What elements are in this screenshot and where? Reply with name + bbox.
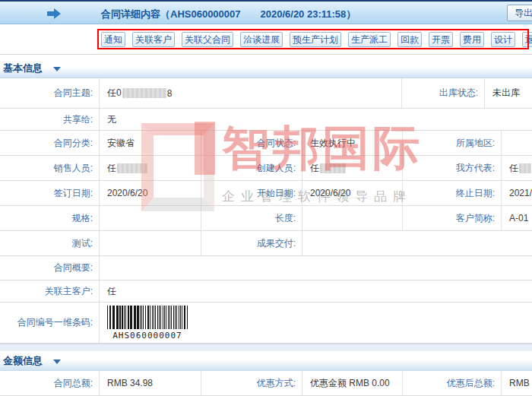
- tab-related-customer[interactable]: 关联客户: [132, 32, 175, 47]
- section-amount-info[interactable]: 金额信息: [0, 351, 532, 371]
- section-basic-info[interactable]: 基本信息: [0, 59, 532, 78]
- contract-summary-label: 合同概要:: [0, 256, 100, 280]
- section-basic-info-title: 基本信息: [3, 62, 43, 74]
- redaction-blur: [122, 88, 166, 98]
- row-sign-date: 签订日期: 2020/6/20 开始日期: 2020/6/20 终止日期: 20…: [0, 181, 532, 206]
- row-test: 测试: 成果交付:: [0, 231, 532, 256]
- divider: [0, 54, 532, 55]
- outbound-status-value: 未出库: [485, 78, 532, 108]
- discounted-total-value: RMB 3: [502, 371, 532, 395]
- collapse-icon[interactable]: [53, 67, 61, 71]
- discount-method-label: 优惠方式:: [201, 371, 302, 395]
- deliverable-label: 成果交付:: [201, 231, 302, 255]
- tab-notice[interactable]: 通知: [101, 32, 125, 47]
- redaction-blur: [117, 163, 147, 173]
- tab-invoicing[interactable]: 开票: [429, 32, 453, 47]
- row-specification: 规格: 长度: 客户简称: A-01: [0, 206, 532, 231]
- contract-summary-value: [100, 256, 532, 280]
- creator-value: 任: [302, 156, 403, 180]
- row-shared-with: 共享给: 无: [0, 109, 532, 131]
- contract-total-label: 合同总额:: [0, 371, 100, 395]
- sales-person-value: 任: [100, 156, 201, 180]
- contract-subject-label: 合同主题:: [0, 78, 100, 108]
- start-date-value: 2020/6/20: [302, 181, 403, 205]
- arrow-right-icon: [47, 8, 61, 19]
- main-customer-value: 任: [100, 280, 532, 302]
- redaction-blur: [519, 163, 531, 173]
- contract-barcode-cell: AHS060000007: [100, 303, 532, 343]
- length-label: 长度:: [201, 206, 302, 230]
- redaction-blur: [320, 163, 346, 173]
- our-representative-label: 我方代表:: [403, 156, 502, 180]
- test-label: 测试:: [0, 231, 100, 255]
- end-date-label: 终止日期:: [403, 181, 502, 205]
- specification-value: [100, 206, 201, 230]
- tab-related-parent-contract[interactable]: 关联父合同: [182, 32, 233, 47]
- contract-category-label: 合同分类:: [0, 131, 100, 155]
- section-amount-info-title: 金额信息: [3, 355, 43, 366]
- tab-production-dispatch[interactable]: 生产派工: [348, 32, 391, 47]
- customer-short-name-label: 客户简称:: [403, 206, 502, 230]
- contract-total-value: RMB 34.98: [100, 371, 201, 395]
- contract-category-value: 安徽省: [100, 131, 201, 155]
- row-contract-total: 合同总额: RMB 34.98 优惠方式: 优惠金额 RMB 0.00 优惠后总…: [0, 371, 532, 396]
- barcode-text: AHS060000007: [107, 331, 188, 341]
- collapse-icon[interactable]: [53, 360, 61, 364]
- tab-expense[interactable]: 费用: [460, 32, 484, 47]
- section-gap: [0, 344, 532, 351]
- contract-barcode-label: 合同编号一维条码:: [0, 303, 100, 343]
- barcode-image: [107, 306, 188, 329]
- page-title: 合同详细内容（AHS060000007 2020/6/20 23:11:58）: [101, 8, 356, 21]
- row-contract-summary: 合同概要:: [0, 256, 532, 280]
- end-date-value: 2021/: [502, 181, 532, 205]
- region-label: 所属地区:: [403, 131, 502, 155]
- contract-detail-content: 基本信息 合同主题: 任08 出库状态: 未出库 共享给: 无 合同分类: 安徽…: [0, 59, 532, 396]
- row-main-customer: 关联主客户: 任: [0, 280, 532, 303]
- shared-with-value: 无: [100, 109, 532, 130]
- tab-bar: 通知 关联客户 关联父合同 洽谈进展 预生产计划 生产派工 回款 开票 费用 设…: [101, 32, 532, 47]
- customer-short-name-value: A-01: [502, 206, 532, 230]
- specification-label: 规格:: [0, 206, 100, 230]
- region-value: [502, 131, 532, 155]
- tab-payment-collection[interactable]: 回款: [397, 32, 422, 47]
- discounted-total-label: 优惠后总额:: [403, 371, 502, 395]
- main-customer-label: 关联主客户:: [0, 280, 100, 302]
- contract-status-label: 合同状态:: [201, 131, 302, 155]
- export-word-button[interactable]: 导出w: [507, 5, 532, 21]
- contract-status-value: 生效执行中: [302, 131, 403, 155]
- tab-design[interactable]: 设计: [491, 32, 515, 47]
- discount-method-value: 优惠金额 RMB 0.00: [302, 371, 403, 395]
- contract-subject-value: 任08: [100, 78, 402, 108]
- creator-label: 创建人员:: [201, 156, 302, 180]
- row-contract-category: 合同分类: 安徽省 合同状态: 生效执行中 所属地区:: [0, 131, 532, 156]
- sales-person-label: 销售人员:: [0, 156, 100, 180]
- page-header: 合同详细内容（AHS060000007 2020/6/20 23:11:58） …: [0, 0, 532, 24]
- deliverable-value: [302, 231, 532, 255]
- our-representative-value: 任: [502, 156, 532, 180]
- start-date-label: 开始日期:: [201, 181, 302, 205]
- test-value: [100, 231, 201, 255]
- tab-negotiation-progress[interactable]: 洽谈进展: [240, 32, 283, 47]
- shared-with-label: 共享给:: [0, 109, 100, 130]
- sign-date-value: 2020/6/20: [100, 181, 201, 205]
- outbound-status-label: 出库状态:: [402, 78, 485, 108]
- tab-returns[interactable]: 退货: [522, 32, 532, 47]
- row-contract-subject: 合同主题: 任08 出库状态: 未出库: [0, 78, 532, 109]
- row-contract-barcode: 合同编号一维条码: AHS060000007: [0, 303, 532, 344]
- tab-pre-production-plan[interactable]: 预生产计划: [290, 32, 341, 47]
- sign-date-label: 签订日期:: [0, 181, 100, 205]
- row-sales-person: 销售人员: 任 创建人员: 任 我方代表: 任: [0, 156, 532, 181]
- length-value: [302, 206, 403, 230]
